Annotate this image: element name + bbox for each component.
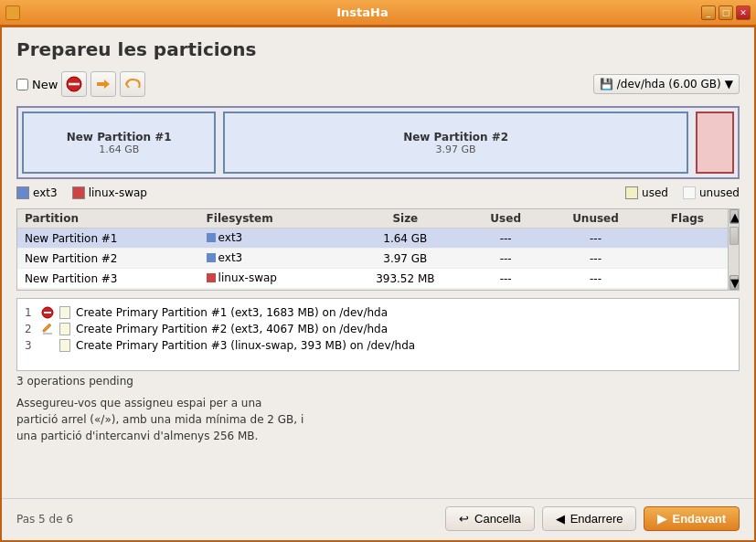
row-unused: ---	[544, 269, 647, 289]
legend: ext3 linux-swap used unused	[16, 186, 740, 199]
table-row[interactable]: New Partition #1 ext3 1.64 GB --- ---	[17, 228, 728, 249]
close-button[interactable]: ✕	[736, 5, 751, 20]
row-partition: New Partition #3	[17, 269, 199, 289]
main-window: Prepareu les particions New	[0, 26, 756, 542]
op-doc-icon-3	[59, 339, 70, 352]
row-partition: New Partition #1	[17, 228, 199, 249]
op-text-3: Create Primary Partition #3 (linux-swap,…	[76, 339, 415, 352]
legend-swap: linux-swap	[72, 186, 147, 199]
op-num-3: 3	[25, 339, 36, 352]
back-button[interactable]: ◀ Endarrere	[542, 506, 637, 531]
no-icon	[66, 76, 82, 92]
app-icon	[5, 5, 20, 20]
table-row[interactable]: New Partition #3 linux-swap 393.52 MB --…	[17, 269, 728, 289]
row-unused: ---	[544, 249, 647, 269]
op-doc-icon-2	[59, 323, 70, 335]
op-doc-icon-3a	[41, 339, 54, 352]
cancel-button[interactable]: ↩ Cancella	[445, 506, 535, 531]
partition-table: Partition Filesystem Size Used Unused Fl…	[17, 209, 728, 289]
fs-dot-swap	[207, 273, 216, 282]
ext3-label: ext3	[33, 186, 58, 199]
titlebar-controls: _ □ ✕	[701, 5, 751, 20]
op-edit-icon	[41, 323, 54, 335]
row-size: 1.64 GB	[343, 228, 467, 249]
partition-block-1[interactable]: New Partition #1 1.64 GB	[22, 112, 216, 174]
legend-unused: unused	[683, 186, 740, 199]
row-used: ---	[467, 249, 544, 269]
forward-icon	[95, 76, 112, 92]
swap-swatch	[72, 186, 85, 199]
legend-ext3: ext3	[16, 186, 58, 199]
new-checkbox[interactable]	[16, 79, 28, 90]
next-icon: ▶	[657, 512, 666, 526]
page-title: Prepareu les particions	[16, 38, 740, 60]
fs-badge: linux-swap	[207, 271, 277, 284]
row-flags	[647, 269, 728, 289]
delete-button[interactable]	[61, 71, 87, 97]
fs-dot	[207, 253, 216, 262]
row-filesystem: ext3	[199, 228, 344, 249]
next-label: Endavant	[672, 512, 726, 526]
scrollbar-thumb[interactable]	[729, 227, 739, 245]
minimize-button[interactable]: _	[701, 5, 716, 20]
fs-badge: ext3	[207, 231, 243, 244]
partition-table-container: Partition Filesystem Size Used Unused Fl…	[16, 208, 740, 291]
partition-1-size: 1.64 GB	[99, 143, 139, 155]
cancel-icon: ↩	[459, 512, 469, 526]
partition-table-scroll[interactable]: Partition Filesystem Size Used Unused Fl…	[17, 209, 739, 291]
row-filesystem: linux-swap	[199, 269, 344, 289]
ext3-swatch	[16, 186, 29, 199]
used-label: used	[642, 186, 668, 199]
titlebar-title: InstaHa	[24, 5, 701, 19]
row-used: ---	[467, 269, 544, 289]
partition-1-label: New Partition #1	[67, 131, 172, 143]
maximize-button[interactable]: □	[719, 5, 733, 20]
col-size: Size	[343, 209, 467, 228]
col-unused: Unused	[544, 209, 647, 228]
table-scrollbar[interactable]: ▲ ▼	[728, 209, 739, 290]
op-doc-icon-1	[59, 306, 70, 319]
pending-text: 3 operations pending	[16, 375, 740, 388]
toolbar: New	[16, 71, 740, 97]
disk-label: /dev/hda (6.00 GB)	[617, 78, 721, 90]
back-label: Endarrere	[570, 512, 623, 526]
operations-box: 1 Create Primary Partition #1 (ext3, 168…	[16, 298, 740, 371]
row-filesystem: ext3	[199, 249, 344, 269]
scrollbar-up-arrow[interactable]: ▲	[729, 209, 739, 224]
fs-dot	[207, 233, 216, 242]
partition-visual: New Partition #1 1.64 GB New Partition #…	[16, 106, 740, 179]
row-unused: ---	[544, 228, 647, 249]
row-partition: New Partition #2	[17, 249, 199, 269]
unused-swatch	[683, 186, 696, 199]
row-flags	[647, 228, 728, 249]
forward-button[interactable]	[91, 71, 116, 97]
op-text-2: Create Primary Partition #2 (ext3, 4067 …	[76, 323, 388, 335]
op-row-3: 3 Create Primary Partition #3 (linux-swa…	[25, 337, 731, 354]
partition-block-3[interactable]	[696, 112, 734, 174]
disk-selector[interactable]: 💾 /dev/hda (6.00 GB) ▼	[593, 74, 740, 94]
col-partition: Partition	[17, 209, 199, 228]
undo-button[interactable]	[120, 71, 145, 97]
op-row-2: 2 Create Primary Partition #2 (ext3, 406…	[25, 321, 731, 337]
row-used: ---	[467, 228, 544, 249]
next-button[interactable]: ▶ Endavant	[644, 506, 740, 531]
partition-2-label: New Partition #2	[403, 131, 508, 143]
cancel-label: Cancella	[474, 512, 521, 526]
titlebar-left	[5, 5, 24, 20]
disk-dropdown[interactable]: 💾 /dev/hda (6.00 GB) ▼	[593, 74, 740, 94]
legend-used: used	[625, 186, 668, 199]
col-flags: Flags	[647, 209, 728, 228]
scrollbar-down-arrow[interactable]: ▼	[729, 275, 739, 290]
new-checkbox-label[interactable]: New	[16, 78, 58, 91]
undo-icon	[124, 76, 141, 92]
step-indicator: Pas 5 de 6	[16, 513, 73, 526]
footer-buttons: ↩ Cancella ◀ Endarrere ▶ Endavant	[445, 506, 740, 531]
op-text-1: Create Primary Partition #1 (ext3, 1683 …	[76, 306, 388, 319]
partition-block-2[interactable]: New Partition #2 3.97 GB	[223, 112, 687, 174]
swap-label: linux-swap	[89, 186, 147, 199]
col-filesystem: Filesystem	[199, 209, 344, 228]
table-row[interactable]: New Partition #2 ext3 3.97 GB --- ---	[17, 249, 728, 269]
fs-badge: ext3	[207, 251, 243, 264]
disk-arrow: ▼	[725, 78, 733, 90]
op-num-1: 1	[25, 306, 36, 319]
